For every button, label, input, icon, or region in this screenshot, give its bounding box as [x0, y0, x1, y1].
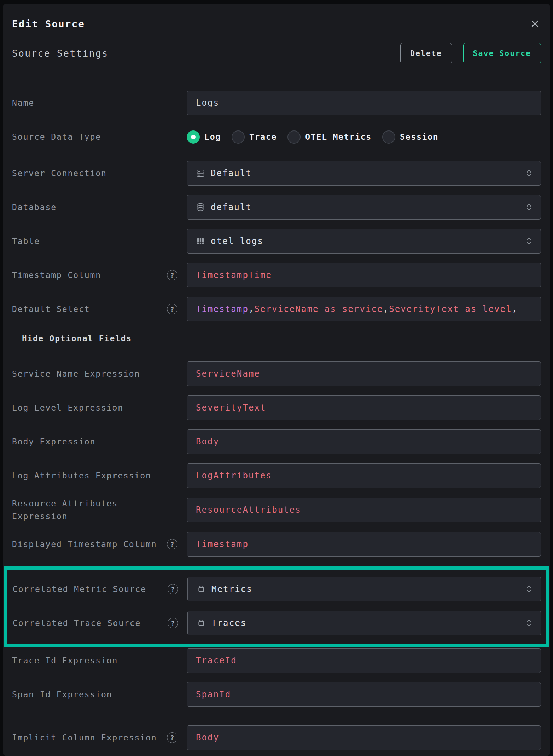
- implicit-column-expression-input[interactable]: Body: [187, 725, 541, 750]
- source-jar-icon: [197, 585, 206, 594]
- log-attributes-expression-label: Log Attributes Expression: [12, 469, 151, 482]
- sql-token: ServiceName as service: [255, 304, 383, 314]
- sql-token: ,: [512, 304, 518, 314]
- radio-unselected-icon: [232, 130, 245, 144]
- table-value: otel_logs: [211, 236, 263, 246]
- body-expression-value: Body: [196, 437, 219, 447]
- source-jar-icon: [197, 618, 206, 628]
- row-resource-attributes-expression: Resource Attributes Expression ResourceA…: [12, 497, 541, 523]
- chevron-updown-icon: [526, 584, 532, 594]
- correlated-metric-source-value: Metrics: [211, 584, 252, 594]
- radio-session[interactable]: Session: [382, 130, 439, 144]
- save-source-button[interactable]: Save Source: [463, 43, 541, 63]
- divider: [12, 352, 541, 352]
- radio-selected-icon: [187, 130, 200, 144]
- trace-id-expression-input[interactable]: TraceId: [187, 648, 541, 673]
- radio-trace[interactable]: Trace: [232, 130, 277, 144]
- correlated-metric-source-label: Correlated Metric Source: [13, 583, 146, 595]
- row-table: Table otel_logs: [12, 229, 541, 254]
- name-value: Logs: [196, 98, 219, 108]
- correlated-trace-source-label: Correlated Trace Source: [13, 617, 141, 629]
- chevron-updown-icon: [526, 618, 532, 628]
- log-level-expression-value: SeverityText: [196, 403, 266, 413]
- span-id-expression-label: Span Id Expression: [12, 688, 112, 701]
- default-select-input[interactable]: Timestamp, ServiceName as service, Sever…: [187, 297, 541, 321]
- log-level-expression-input[interactable]: SeverityText: [187, 395, 541, 420]
- row-source-data-type: Source Data Type Log Trace OTEL Metrics: [12, 124, 541, 149]
- help-icon[interactable]: ?: [167, 539, 177, 549]
- radio-log[interactable]: Log: [187, 130, 221, 144]
- row-default-select: Default Select ? Timestamp, ServiceName …: [12, 297, 541, 321]
- row-span-id-expression: Span Id Expression SpanId: [12, 682, 541, 707]
- hide-optional-fields-toggle[interactable]: Hide Optional Fields: [12, 332, 541, 344]
- chevron-updown-icon: [526, 168, 532, 178]
- name-input[interactable]: Logs: [187, 91, 541, 115]
- chevron-updown-icon: [526, 202, 532, 212]
- implicit-column-expression-label: Implicit Column Expression: [12, 731, 157, 744]
- name-label: Name: [12, 97, 34, 109]
- row-log-level-expression: Log Level Expression SeverityText: [12, 395, 541, 420]
- help-icon[interactable]: ?: [168, 584, 178, 594]
- displayed-timestamp-column-input[interactable]: Timestamp: [187, 532, 541, 557]
- row-log-attributes-expression: Log Attributes Expression LogAttributes: [12, 463, 541, 488]
- sql-token: SeverityText as level: [389, 304, 512, 314]
- chevron-updown-icon: [526, 236, 532, 246]
- sql-token: Timestamp: [196, 304, 249, 314]
- server-icon: [196, 169, 205, 178]
- action-buttons: Delete Save Source: [400, 43, 541, 63]
- row-name: Name Logs: [12, 91, 541, 115]
- row-timestamp-column: Timestamp Column ? TimestampTime: [12, 263, 541, 287]
- server-connection-label: Server Connection: [12, 167, 107, 180]
- radio-unselected-icon: [287, 130, 301, 144]
- database-value: default: [211, 202, 252, 212]
- radio-otel-metrics[interactable]: OTEL Metrics: [287, 130, 372, 144]
- correlated-metric-source-select[interactable]: Metrics: [187, 577, 541, 601]
- radio-otel-metrics-label: OTEL Metrics: [305, 132, 372, 141]
- source-settings-form: Name Logs Source Data Type Log: [12, 91, 541, 750]
- dialog-title: Edit Source: [12, 18, 85, 30]
- body-expression-label: Body Expression: [12, 435, 95, 448]
- server-connection-value: Default: [211, 168, 252, 178]
- trace-id-expression-value: TraceId: [196, 656, 237, 665]
- delete-button[interactable]: Delete: [400, 43, 452, 63]
- resource-attributes-expression-input[interactable]: ResourceAttributes: [187, 498, 541, 522]
- trace-id-expression-label: Trace Id Expression: [12, 654, 118, 667]
- section-header: Source Settings Delete Save Source: [12, 43, 541, 63]
- source-data-type-radio-group: Log Trace OTEL Metrics Session: [187, 124, 541, 149]
- row-database: Database default: [12, 195, 541, 220]
- row-displayed-timestamp-column: Displayed Timestamp Column ? Timestamp: [12, 532, 541, 557]
- database-select[interactable]: default: [187, 195, 541, 220]
- row-correlated-metric-source: Correlated Metric Source ? Metrics: [13, 577, 541, 601]
- table-select[interactable]: otel_logs: [187, 229, 541, 254]
- correlated-trace-source-value: Traces: [211, 618, 246, 628]
- help-icon[interactable]: ?: [168, 618, 178, 628]
- section-title: Source Settings: [12, 48, 108, 59]
- log-attributes-expression-input[interactable]: LogAttributes: [187, 463, 541, 488]
- database-icon: [196, 203, 205, 212]
- log-level-expression-label: Log Level Expression: [12, 401, 123, 414]
- correlated-trace-source-select[interactable]: Traces: [187, 611, 541, 635]
- sql-token: ,: [383, 304, 389, 314]
- server-connection-select[interactable]: Default: [187, 161, 541, 186]
- service-name-expression-value: ServiceName: [196, 369, 260, 379]
- log-attributes-expression-value: LogAttributes: [196, 471, 272, 481]
- row-correlated-trace-source: Correlated Trace Source ? Traces: [13, 611, 541, 635]
- source-data-type-label: Source Data Type: [12, 130, 101, 143]
- span-id-expression-input[interactable]: SpanId: [187, 682, 541, 707]
- row-service-name-expression: Service Name Expression ServiceName: [12, 361, 541, 386]
- timestamp-column-input[interactable]: TimestampTime: [187, 263, 541, 287]
- default-select-label: Default Select: [12, 303, 90, 315]
- dialog-header: Edit Source: [12, 4, 541, 30]
- edit-source-dialog: Edit Source Source Settings Delete Save …: [3, 4, 550, 756]
- service-name-expression-input[interactable]: ServiceName: [187, 361, 541, 386]
- help-icon[interactable]: ?: [167, 304, 177, 314]
- displayed-timestamp-column-value: Timestamp: [196, 539, 249, 549]
- help-icon[interactable]: ?: [167, 732, 177, 743]
- timestamp-column-value: TimestampTime: [196, 270, 272, 280]
- body-expression-input[interactable]: Body: [187, 429, 541, 454]
- help-icon[interactable]: ?: [167, 270, 177, 280]
- close-button[interactable]: [529, 18, 541, 30]
- timestamp-column-label: Timestamp Column: [12, 269, 101, 281]
- sql-token: ,: [249, 304, 255, 314]
- radio-trace-label: Trace: [249, 132, 277, 141]
